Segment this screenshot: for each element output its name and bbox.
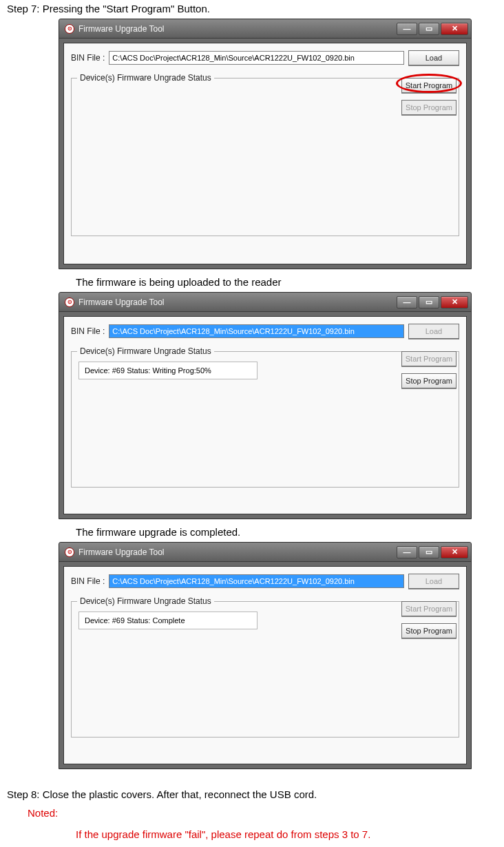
- maximize-button[interactable]: ▭: [419, 296, 439, 309]
- step7-heading: Step 7: Pressing the "Start Program" But…: [7, 3, 497, 14]
- titlebar: ⊙ Firmware Upgrade Tool — ▭ ✕: [59, 19, 471, 39]
- start-program-button[interactable]: Start Program: [401, 78, 456, 93]
- bin-file-label: BIN File :: [71, 576, 105, 586]
- app-icon: ⊙: [65, 547, 74, 557]
- bin-file-input[interactable]: [109, 51, 404, 65]
- minimize-button[interactable]: —: [397, 546, 417, 558]
- load-button: Load: [408, 574, 459, 589]
- maximize-button[interactable]: ▭: [419, 546, 439, 558]
- maximize-button[interactable]: ▭: [419, 23, 439, 35]
- bin-file-input[interactable]: [109, 574, 404, 588]
- device-status-text: Device: #69 Status: Complete: [78, 611, 258, 629]
- window-title: Firmware Upgrade Tool: [78, 24, 165, 34]
- firmware-tool-window-2: ⊙ Firmware Upgrade Tool — ▭ ✕ BIN File :…: [59, 292, 472, 519]
- window-title: Firmware Upgrade Tool: [78, 297, 165, 307]
- bin-file-label: BIN File :: [71, 53, 105, 63]
- noted-label: Noted:: [28, 807, 497, 819]
- titlebar: ⊙ Firmware Upgrade Tool — ▭ ✕: [59, 293, 471, 312]
- close-button[interactable]: ✕: [441, 23, 468, 35]
- firmware-tool-window-3: ⊙ Firmware Upgrade Tool — ▭ ✕ BIN File :…: [59, 542, 472, 769]
- groupbox-title: Device(s) Firmware Ungrade Status: [77, 73, 214, 83]
- start-program-button: Start Program: [401, 601, 456, 616]
- close-button[interactable]: ✕: [441, 546, 468, 558]
- device-status-text: Device: #69 Status: Writing Prog:50%: [78, 362, 258, 379]
- load-button: Load: [408, 324, 459, 339]
- close-button[interactable]: ✕: [441, 296, 468, 309]
- caption-uploading: The firmware is being uploaded to the re…: [76, 276, 497, 288]
- titlebar: ⊙ Firmware Upgrade Tool — ▭ ✕: [59, 543, 471, 562]
- firmware-tool-window-1: ⊙ Firmware Upgrade Tool — ▭ ✕ BIN File :…: [59, 19, 472, 269]
- app-icon: ⊙: [65, 297, 74, 307]
- step8-heading: Step 8: Close the plastic covers. After …: [7, 788, 497, 800]
- groupbox-title: Device(s) Firmware Ungrade Status: [77, 596, 214, 606]
- stop-program-button[interactable]: Stop Program: [401, 373, 456, 388]
- stop-program-button: Stop Program: [401, 100, 456, 115]
- groupbox-title: Device(s) Firmware Ungrade Status: [77, 346, 214, 356]
- minimize-button[interactable]: —: [397, 296, 417, 309]
- start-program-button: Start Program: [401, 351, 456, 366]
- noted-body: If the upgrade firmware "fail", please r…: [76, 828, 497, 840]
- app-icon: ⊙: [65, 24, 74, 34]
- window-title: Firmware Upgrade Tool: [78, 547, 165, 557]
- load-button[interactable]: Load: [408, 50, 459, 65]
- minimize-button[interactable]: —: [397, 23, 417, 35]
- bin-file-label: BIN File :: [71, 326, 105, 336]
- stop-program-button[interactable]: Stop Program: [401, 623, 456, 638]
- caption-completed: The firmware upgrade is completed.: [76, 526, 497, 538]
- bin-file-input[interactable]: [109, 324, 404, 338]
